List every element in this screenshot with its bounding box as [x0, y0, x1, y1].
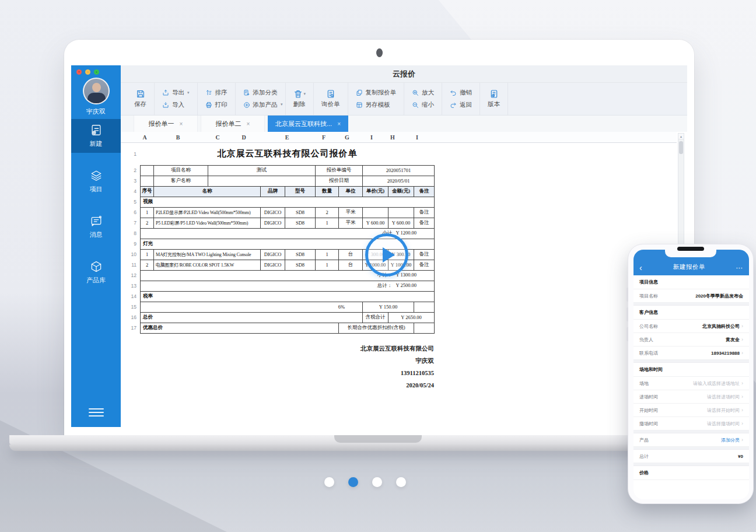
phone-field-enter-time[interactable]: 进场时间请选择进场时间› — [634, 390, 749, 404]
quotation-cell[interactable] — [414, 302, 435, 312]
toolbar-copy-quotation-button[interactable]: 复制报价单 — [356, 89, 397, 97]
toolbar-import-button[interactable]: 导入 — [162, 101, 190, 109]
quotation-cell[interactable]: 电脑图案灯/ROBE COLOR SPOT 1.5KW — [154, 260, 261, 270]
quotation-cell[interactable]: 台 — [339, 249, 363, 260]
column-letter[interactable]: G — [345, 132, 349, 143]
toolbar-zoom-in-button[interactable]: 放大 — [412, 89, 434, 97]
toolbar-inquiry-button[interactable]: 询价单 — [321, 89, 340, 108]
row-number[interactable]: 2 — [121, 165, 137, 176]
more-icon[interactable]: ··· — [736, 265, 743, 271]
row-number[interactable]: 4 — [121, 186, 137, 197]
back-icon[interactable]: ‹ — [639, 264, 642, 271]
toolbar-version-button[interactable]: 版本 — [488, 89, 500, 108]
carousel-dot-2[interactable] — [348, 477, 358, 487]
quotation-cell[interactable]: 型号 — [285, 186, 316, 197]
sidebar-item-project[interactable]: 项目 — [71, 164, 121, 198]
phone-field-contact-phone[interactable]: 联系电话18934219888› — [634, 346, 749, 360]
phone-field-total[interactable]: 总计¥0 — [634, 450, 749, 463]
toolbar-save-button[interactable]: 保存 — [134, 89, 146, 108]
column-letter[interactable]: F — [322, 132, 326, 143]
quotation-cell[interactable]: 报价单编号 — [316, 165, 363, 176]
quotation-cell[interactable]: 1 — [141, 207, 154, 218]
scroll-up-button[interactable]: ▲ — [678, 134, 684, 139]
quotation-cell[interactable]: 金额(元) — [388, 186, 414, 197]
column-letter[interactable]: B — [176, 132, 180, 143]
toolbar-delete-button[interactable]: ▾删除 — [293, 89, 306, 108]
quotation-cell[interactable]: MA灯光控制台/MA TWO Lighting Mixing Console — [154, 249, 261, 260]
row-number[interactable]: 15 — [121, 302, 137, 312]
tab-2[interactable]: 报价单二× — [201, 116, 265, 132]
quotation-cell[interactable]: Y 600.00 — [388, 218, 414, 228]
quotation-cell[interactable] — [141, 176, 154, 186]
quotation-cell[interactable] — [208, 176, 316, 186]
phone-field-contact-person[interactable]: 负责人黄友全› — [634, 333, 749, 346]
quotation-title[interactable]: 北京展云互联科技有限公司报价单 — [141, 143, 435, 165]
quotation-cell[interactable]: 总计： Y 2500.00 — [141, 281, 435, 291]
quotation-cell[interactable]: SD8 — [285, 260, 316, 270]
carousel-dot-1[interactable] — [324, 477, 334, 487]
column-letter[interactable]: A — [142, 132, 146, 143]
quotation-cell[interactable]: 6% — [141, 302, 363, 312]
menu-icon[interactable] — [89, 406, 104, 419]
quotation-cell[interactable]: 1 — [316, 249, 339, 260]
quotation-cell[interactable]: Y 2650.00 — [388, 312, 435, 323]
phone-field-project-name[interactable]: 项目名称2020冬季季新品发布会 — [634, 289, 749, 303]
toolbar-export-button[interactable]: 导出▾ — [162, 89, 190, 97]
video-play-button[interactable] — [365, 233, 408, 276]
sidebar-item-products[interactable]: 产品库 — [71, 256, 121, 289]
quotation-cell[interactable]: 备注 — [414, 249, 435, 260]
quotation-cell[interactable]: P2LED显示屏/P2LED Video Wall(500mm*500mm) — [154, 207, 261, 218]
row-number[interactable]: 8 — [121, 228, 137, 239]
window-zoom-button[interactable]: + — [94, 69, 99, 75]
quotation-cell[interactable]: 1 — [316, 260, 339, 270]
quotation-cell[interactable] — [141, 165, 154, 176]
quotation-cell[interactable]: 项目名称 — [154, 165, 208, 176]
toolbar-print-button[interactable]: 打印 — [205, 101, 228, 109]
toolbar-save-template-button[interactable]: 另存模板 — [356, 101, 397, 109]
quotation-cell[interactable]: 2020/05/01 — [363, 176, 435, 186]
quotation-cell[interactable]: 含税合计 — [363, 312, 388, 323]
window-minimize-button[interactable]: − — [85, 69, 90, 75]
quotation-cell[interactable]: DIGICO — [261, 207, 285, 218]
row-number[interactable]: 6 — [121, 207, 137, 218]
quotation-cell[interactable]: 备注 — [414, 260, 435, 270]
row-number[interactable]: 12 — [121, 270, 137, 281]
quotation-cell[interactable]: 序号 — [141, 186, 154, 197]
quotation-cell[interactable]: 长期合作优惠折扣价(含税) — [339, 323, 414, 333]
toolbar-undo-button[interactable]: 撤销 — [450, 89, 472, 97]
toolbar-add-product-button[interactable]: 添加产品 — [243, 101, 278, 109]
row-number[interactable]: 9 — [121, 239, 137, 249]
row-number[interactable]: 11 — [121, 260, 137, 270]
quotation-cell[interactable]: 平米 — [339, 218, 363, 228]
column-letter[interactable]: H — [390, 132, 395, 143]
quotation-cell[interactable]: P5 LED彩屏/P5 LED Video Wall(500mm*500mm) — [154, 218, 261, 228]
quotation-cell[interactable]: 单位 — [339, 186, 363, 197]
quotation-cell[interactable]: 1 — [141, 249, 154, 260]
tab-1[interactable]: 报价单一× — [134, 116, 198, 132]
quotation-cell[interactable]: 台 — [339, 260, 363, 270]
quotation-cell[interactable]: 单价(元) — [363, 186, 388, 197]
row-number[interactable]: 17 — [121, 323, 137, 333]
quotation-cell[interactable]: DIGICO — [261, 218, 285, 228]
quotation-cell[interactable]: 总价 — [141, 312, 363, 323]
quotation-cell[interactable]: 税率 — [141, 291, 435, 302]
quotation-cell[interactable]: 1 — [316, 218, 339, 228]
quotation-cell[interactable]: 备注 — [414, 207, 435, 218]
quotation-cell[interactable]: SD8 — [285, 249, 316, 260]
row-number[interactable]: 10 — [121, 249, 137, 260]
row-number[interactable]: 16 — [121, 312, 137, 323]
quotation-cell[interactable]: Y 150.00 — [363, 302, 414, 312]
quotation-cell[interactable]: 备注 — [414, 186, 435, 197]
tab-3[interactable]: 北京展云互联科技...× — [268, 116, 348, 132]
quotation-cell[interactable]: DIGICO — [261, 249, 285, 260]
phone-field-venue[interactable]: 场地请输入或选择进场地址› — [634, 377, 749, 390]
quotation-cell[interactable]: 2 — [141, 260, 154, 270]
row-number[interactable]: 7 — [121, 218, 137, 228]
quotation-cell[interactable]: Y 600.00 — [363, 218, 388, 228]
phone-field-company-name[interactable]: 公司名称北京风驰科技公司› — [634, 320, 749, 333]
quotation-cell[interactable]: 数量 — [316, 186, 339, 197]
column-letter[interactable]: C — [215, 132, 219, 143]
row-number[interactable]: 5 — [121, 197, 137, 207]
quotation-cell[interactable] — [414, 323, 435, 333]
quotation-cell[interactable]: 名称 — [154, 186, 261, 197]
